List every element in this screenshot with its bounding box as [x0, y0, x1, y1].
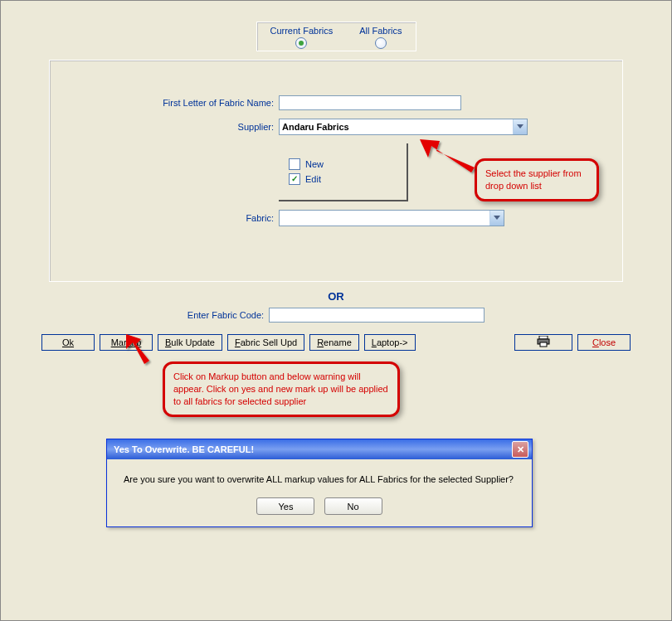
radio-current-label: Current Fabrics	[270, 26, 333, 36]
radio-all[interactable]	[375, 37, 387, 49]
callout-markup: Click on Markup button and below warning…	[163, 361, 400, 417]
print-button[interactable]	[514, 334, 572, 351]
supplier-label: Supplier:	[66, 122, 279, 132]
ok-button[interactable]: Ok	[41, 334, 95, 351]
edit-label: Edit	[305, 174, 321, 184]
callout-markup-text: Click on Markup button and below warning…	[173, 371, 388, 406]
radio-current[interactable]	[295, 37, 307, 49]
first-letter-label: First Letter of Fabric Name:	[66, 98, 279, 108]
laptop-button[interactable]: Laptop->	[364, 334, 416, 351]
mode-panel: New Edit	[279, 143, 408, 201]
svg-rect-0	[539, 336, 548, 339]
chevron-down-icon	[513, 119, 527, 134]
or-label: OR	[9, 290, 663, 303]
bulk-update-button[interactable]: Bulk Update	[158, 334, 222, 351]
close-button[interactable]: Close	[577, 334, 631, 351]
close-icon[interactable]: ✕	[512, 441, 528, 458]
dialog-message: Are you sure you want to overwrite ALL m…	[120, 474, 519, 484]
fabric-label: Fabric:	[66, 213, 279, 223]
rename-button[interactable]: Rename	[309, 334, 359, 351]
radio-all-label: All Fabrics	[359, 26, 402, 36]
supplier-dropdown[interactable]: Andaru Fabrics	[279, 119, 528, 135]
callout-supplier-text: Select the supplier from drop down list	[485, 168, 582, 191]
fabric-code-input[interactable]	[269, 308, 485, 323]
callout-supplier: Select the supplier from drop down list	[475, 158, 599, 201]
supplier-value: Andaru Fabrics	[282, 122, 513, 132]
dialog-title-text: Yes To Overwrite. BE CAREFUL!	[114, 444, 254, 454]
edit-checkbox[interactable]	[289, 173, 300, 185]
fabric-scope-radio-group: Current Fabrics All Fabrics	[256, 22, 416, 51]
new-label: New	[305, 159, 324, 169]
arrow-icon	[121, 334, 154, 367]
printer-icon	[537, 336, 550, 349]
first-letter-input[interactable]	[279, 95, 461, 110]
dialog-titlebar: Yes To Overwrite. BE CAREFUL! ✕	[107, 439, 532, 459]
overwrite-dialog: Yes To Overwrite. BE CAREFUL! ✕ Are you …	[106, 439, 533, 527]
fabric-sell-upd-button[interactable]: Fabric Sell Upd	[227, 334, 304, 351]
fabric-code-label: Enter Fabric Code:	[187, 310, 264, 320]
new-checkbox[interactable]	[289, 158, 300, 170]
yes-button[interactable]: Yes	[256, 497, 314, 515]
arrow-icon	[420, 139, 478, 181]
no-button[interactable]: No	[324, 497, 382, 515]
fabric-dropdown[interactable]	[279, 210, 504, 226]
chevron-down-icon	[489, 211, 504, 226]
svg-rect-2	[540, 342, 547, 347]
